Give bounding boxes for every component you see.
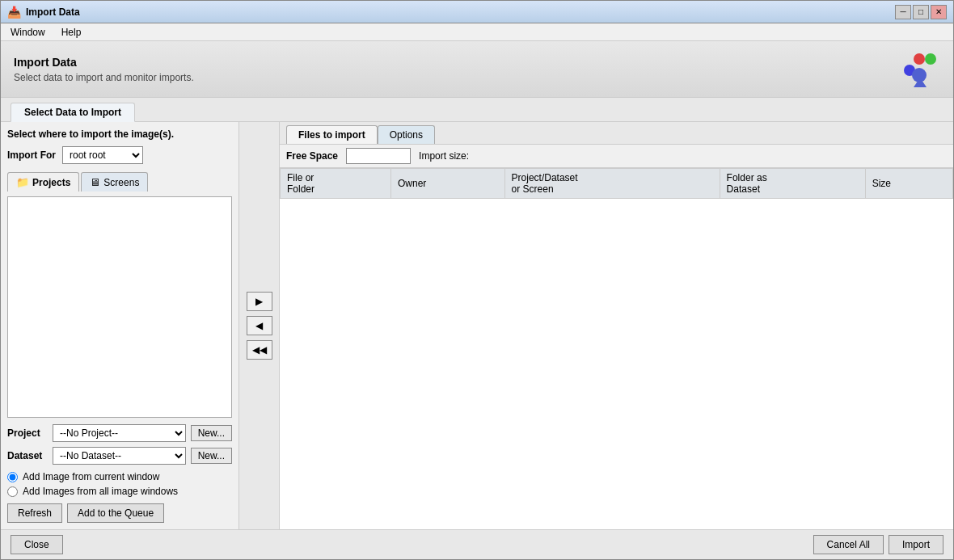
import-button[interactable]: Import — [889, 535, 943, 554]
project-tree[interactable] — [7, 196, 232, 418]
logo-dot-red — [914, 53, 925, 65]
screen-icon: 🖥 — [90, 176, 100, 188]
cancel-all-button[interactable]: Cancel All — [813, 535, 884, 554]
close-title-button[interactable]: ✕ — [931, 5, 947, 19]
select-data-tab[interactable]: Select Data to Import — [11, 103, 135, 122]
screens-tab[interactable]: 🖥 Screens — [81, 172, 148, 192]
radio-all-input[interactable] — [7, 486, 18, 497]
col-owner: Owner — [391, 169, 505, 199]
minimize-button[interactable]: ─ — [895, 5, 911, 19]
import-for-row: Import For root root — [7, 146, 232, 164]
radio-current-label: Add Image from current window — [23, 471, 159, 482]
remove-arrow-icon: ◀ — [255, 320, 263, 331]
screens-tab-label: Screens — [103, 177, 139, 188]
col-project-dataset: Project/Datasetor Screen — [504, 169, 720, 199]
footer: Close Cancel All Import — [1, 529, 953, 559]
remove-file-button[interactable]: ◀ — [247, 316, 272, 335]
maximize-button[interactable]: □ — [913, 5, 929, 19]
radio-all-windows[interactable]: Add Images from all image windows — [7, 486, 232, 497]
menu-window[interactable]: Window — [7, 25, 49, 40]
main-content: Select where to import the image(s). Imp… — [1, 122, 953, 529]
files-table: File orFolder Owner Project/Datasetor Sc… — [280, 168, 953, 199]
files-to-import-tab[interactable]: Files to import — [286, 125, 378, 144]
left-panel-title: Select where to import the image(s). — [7, 128, 232, 140]
inner-tabs-row: 📁 Projects 🖥 Screens — [7, 172, 232, 192]
header-bar: Import Data Select data to import and mo… — [1, 41, 953, 98]
project-select[interactable]: --No Project-- — [53, 424, 186, 442]
main-tab-bar: Select Data to Import — [1, 98, 953, 122]
fields-area: Project --No Project-- New... Dataset --… — [7, 424, 232, 465]
free-space-input[interactable] — [346, 148, 411, 164]
menu-help[interactable]: Help — [58, 25, 85, 40]
files-table-area: File orFolder Owner Project/Datasetor Sc… — [280, 168, 953, 529]
remove-all-button[interactable]: ◀◀ — [247, 340, 272, 360]
dataset-label: Dataset — [7, 450, 48, 461]
import-size-label: Import size: — [419, 150, 469, 162]
add-files-button[interactable]: ▶ — [247, 292, 272, 311]
import-for-select[interactable]: root root — [62, 146, 143, 164]
header-title: Import Data — [14, 56, 194, 69]
title-bar: 📥 Import Data ─ □ ✕ — [1, 1, 953, 23]
close-button[interactable]: Close — [11, 535, 63, 554]
menu-bar: Window Help — [1, 23, 953, 41]
left-panel: Select where to import the image(s). Imp… — [1, 122, 239, 529]
col-file-folder: File orFolder — [281, 169, 391, 199]
footer-right: Cancel All Import — [813, 535, 943, 554]
logo-arrow — [914, 78, 927, 87]
options-tab[interactable]: Options — [378, 125, 435, 144]
radio-current-input[interactable] — [7, 472, 18, 482]
radio-all-label: Add Images from all image windows — [23, 486, 178, 497]
col-folder-dataset: Folder asDataset — [720, 169, 865, 199]
import-for-label: Import For — [7, 149, 56, 161]
free-space-label: Free Space — [286, 150, 338, 162]
add-arrow-icon: ▶ — [255, 296, 263, 307]
remove-all-icon: ◀◀ — [252, 344, 267, 356]
table-header: File orFolder Owner Project/Datasetor Sc… — [281, 169, 953, 199]
header-left: Import Data Select data to import and mo… — [14, 56, 194, 83]
main-window: 📥 Import Data ─ □ ✕ Window Help Import D… — [0, 0, 954, 560]
radio-current-window[interactable]: Add Image from current window — [7, 471, 232, 482]
add-queue-button[interactable]: Add to the Queue — [67, 503, 164, 523]
dataset-new-button[interactable]: New... — [191, 448, 232, 464]
logo-dot-green — [925, 53, 936, 65]
title-bar-buttons: ─ □ ✕ — [895, 5, 947, 19]
right-toolbar: Free Space Import size: — [280, 145, 953, 168]
project-new-button[interactable]: New... — [191, 425, 232, 441]
refresh-button[interactable]: Refresh — [7, 503, 62, 523]
logo-dots — [904, 53, 936, 86]
radio-group: Add Image from current window Add Images… — [7, 471, 232, 497]
project-row: Project --No Project-- New... — [7, 424, 232, 442]
projects-tab[interactable]: 📁 Projects — [7, 172, 79, 192]
folder-icon: 📁 — [16, 176, 29, 188]
dataset-select[interactable]: --No Dataset-- — [53, 447, 186, 465]
title-bar-left: 📥 Import Data — [7, 6, 80, 19]
header-subtitle: Select data to import and monitor import… — [14, 72, 194, 83]
window-title: Import Data — [26, 6, 80, 18]
project-label: Project — [7, 427, 48, 439]
center-panel: ▶ ◀ ◀◀ — [239, 122, 280, 529]
bottom-buttons: Refresh Add to the Queue — [7, 503, 232, 523]
projects-tab-label: Projects — [32, 177, 70, 188]
header-logo — [900, 49, 940, 90]
window-icon: 📥 — [7, 6, 21, 19]
dataset-row: Dataset --No Dataset-- New... — [7, 447, 232, 465]
right-panel: Files to import Options Free Space Impor… — [280, 122, 953, 529]
footer-left: Close — [11, 535, 63, 554]
col-size: Size — [865, 169, 952, 199]
right-tabs: Files to import Options — [280, 122, 953, 145]
